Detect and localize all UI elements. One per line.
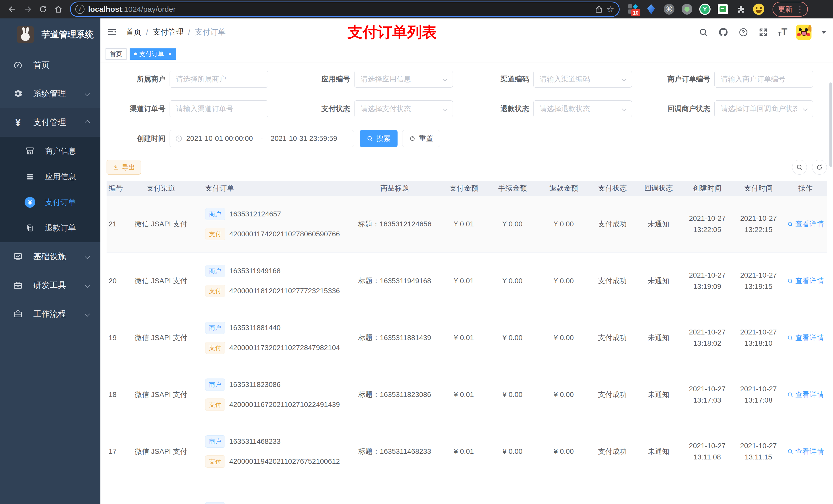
pay-status-select[interactable] [354,100,453,117]
documents-icon [25,222,35,233]
site-info-icon[interactable]: i [75,5,85,14]
avatar[interactable] [796,25,811,40]
grid-icon [25,171,35,182]
browser-forward-button[interactable] [21,3,34,16]
browser-menu-icon[interactable]: ⋮ [796,5,805,14]
merchant-input[interactable] [170,71,268,88]
browser-reload-button[interactable] [37,3,50,16]
merchant-badge: 商户 [205,435,225,448]
help-icon[interactable] [738,27,749,38]
tag-home[interactable]: 首页 [105,48,126,60]
bookmark-star-icon[interactable]: ☆ [606,4,614,14]
tags-view-bar: 首页 支付订单 × [100,46,833,62]
url-bar[interactable]: i localhost:1024/pay/order ☆ [71,2,619,16]
search-icon [366,135,373,142]
filter-label: 应用编号 [296,74,354,84]
sidebar-item-infra[interactable]: 基础设施 [0,242,100,271]
pay-badge: 支付 [205,455,225,467]
search-button[interactable]: 搜索 [360,130,398,147]
yuque-icon[interactable]: Y [699,4,711,15]
sidebar-item-devtools[interactable]: 研发工具 [0,271,100,299]
extension-area: 10 ⌘ Y [627,4,764,15]
browser-update-button[interactable]: 更新 ⋮ [772,2,808,17]
merchant-badge: 商户 [205,208,225,220]
table-row[interactable]: 20 微信 JSAPI 支付 商户1635311949168 支付4200001… [106,253,827,309]
chevron-up-icon [85,120,90,125]
table-row[interactable]: 商户1635311154796 [106,480,827,504]
magnifier-icon [787,391,793,398]
chat-icon[interactable] [717,4,729,15]
shop-icon [25,146,35,157]
page-scrollbar[interactable] [829,82,832,167]
filter-label: 所属商户 [106,74,170,84]
recorder-icon[interactable] [681,4,693,15]
sidebar-item-label: 商户信息 [45,146,76,157]
refresh-table-button[interactable] [812,160,827,175]
sidebar-item-workflow[interactable]: 工作流程 [0,299,100,328]
chevron-down-icon [85,254,90,259]
table-row[interactable]: 21 微信 JSAPI 支付 商户1635312124657 支付4200001… [106,196,827,253]
font-size-icon[interactable]: TT [778,27,787,38]
fullscreen-icon[interactable] [758,27,769,38]
dashboard-icon [12,59,24,71]
filter-label: 创建时间 [106,134,170,143]
profile-emoji-icon[interactable] [753,4,764,15]
sidebar-item-app-info[interactable]: 应用信息 [0,164,100,190]
merchant-order-input[interactable] [714,71,813,88]
app-select[interactable] [354,71,453,88]
tampermonkey-icon[interactable]: 10 [627,4,639,15]
search-icon[interactable] [698,27,709,38]
callback-status-select[interactable] [714,100,813,117]
breadcrumb-home[interactable]: 首页 [126,27,141,38]
view-detail-link[interactable]: 查看详情 [787,219,824,229]
table-row[interactable]: 18 微信 JSAPI 支付 商户1635311823086 支付4200001… [106,366,827,423]
clock-icon [175,135,183,142]
avatar-caret-icon[interactable] [821,31,826,34]
channel-code-select[interactable] [533,71,632,88]
app-title: 芋道管理系统 [42,29,94,41]
channel-order-input[interactable] [170,100,268,117]
view-detail-link[interactable]: 查看详情 [787,447,824,456]
sidebar-item-pay[interactable]: ¥ 支付管理 [0,108,100,137]
table-row[interactable]: 17 微信 JSAPI 支付 商户1635311468233 支付4200001… [106,423,827,480]
sidebar-item-pay-order[interactable]: ¥ 支付订单 [0,190,100,215]
view-detail-link[interactable]: 查看详情 [787,276,824,286]
app-logo-row[interactable]: 芋道管理系统 [0,19,100,51]
filter-channel-order-no: 渠道订单号 [106,100,268,117]
table-row[interactable]: 19 微信 JSAPI 支付 商户1635311881440 支付4200001… [106,309,827,366]
view-detail-link[interactable]: 查看详情 [787,333,824,343]
browser-home-button[interactable] [52,3,65,16]
merchant-badge: 商户 [205,379,225,391]
back-arrow-icon [8,5,17,14]
filter-create-time: 创建时间 2021-10-01 00:00:00 - 2021-10-31 23… [106,130,354,147]
sidebar-item-refund-order[interactable]: 退款订单 [0,215,100,241]
export-button[interactable]: 导出 [106,160,141,175]
reset-button[interactable]: 重置 [402,130,440,147]
filter-merchant-order-no: 商户订单编号 [646,71,813,88]
kite-icon[interactable] [645,4,657,15]
filter-merchant: 所属商户 [106,71,268,88]
command-icon[interactable]: ⌘ [663,4,675,15]
sidebar-item-label: 基础设施 [33,251,86,262]
toolbox-icon [12,280,24,291]
filter-channel-code: 渠道编码 [475,71,632,88]
view-detail-link[interactable]: 查看详情 [787,390,824,400]
close-tag-icon[interactable]: × [168,50,172,57]
share-icon[interactable] [595,5,603,13]
github-icon[interactable] [718,27,729,38]
tag-pay-order[interactable]: 支付订单 × [129,48,176,60]
browser-back-button[interactable] [6,3,19,16]
sidebar-collapse-button[interactable] [107,27,118,38]
pay-badge: 支付 [205,228,225,240]
chevron-down-icon [85,91,90,96]
gear-icon [12,88,24,99]
sidebar-item-merchant-info[interactable]: 商户信息 [0,138,100,164]
refund-status-select[interactable] [533,100,632,117]
sidebar-item-home[interactable]: 首页 [0,51,100,79]
date-range-picker[interactable]: 2021-10-01 00:00:00 - 2021-10-31 23:59:5… [170,130,354,147]
toggle-search-button[interactable] [792,160,807,175]
puzzle-extensions-icon[interactable] [735,4,746,15]
sidebar-item-label: 退款订单 [45,223,76,233]
breadcrumb-pay[interactable]: 支付管理 [153,27,184,38]
sidebar-item-system[interactable]: 系统管理 [0,79,100,108]
